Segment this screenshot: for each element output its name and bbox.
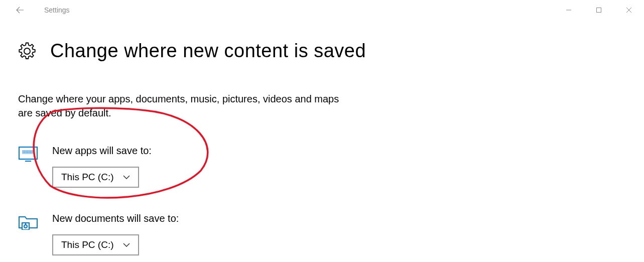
back-arrow-icon: [16, 6, 25, 15]
setting-apps-body: New apps will save to: This PC (C:): [52, 145, 152, 188]
chevron-down-icon: [123, 175, 130, 179]
svg-point-6: [23, 151, 24, 152]
window-controls: [554, 0, 644, 20]
setting-apps: New apps will save to: This PC (C:): [18, 145, 626, 188]
setting-documents-body: New documents will save to: This PC (C:): [52, 213, 179, 255]
minimize-button[interactable]: [554, 0, 584, 20]
documents-location-dropdown[interactable]: This PC (C:): [52, 234, 139, 255]
svg-point-9: [27, 151, 28, 152]
app-title: Settings: [44, 6, 70, 14]
svg-point-18: [30, 152, 31, 153]
apps-location-dropdown[interactable]: This PC (C:): [52, 167, 139, 188]
page-title: Change where new content is saved: [50, 40, 366, 62]
setting-apps-label: New apps will save to:: [52, 145, 152, 157]
page-description: Change where your apps, documents, music…: [18, 92, 344, 120]
setting-documents-label: New documents will save to:: [52, 213, 179, 224]
svg-point-14: [24, 152, 25, 153]
svg-point-13: [23, 152, 24, 153]
chevron-down-icon: [123, 243, 130, 247]
content-area: Change where new content is saved Change…: [0, 20, 644, 255]
gear-icon: [18, 42, 36, 60]
folder-icon: [18, 214, 38, 230]
svg-rect-1: [597, 8, 601, 13]
apps-location-value: This PC (C:): [61, 172, 114, 183]
minimize-icon: [566, 7, 572, 13]
close-icon: [626, 7, 632, 13]
page-header: Change where new content is saved: [18, 40, 626, 62]
maximize-button[interactable]: [584, 0, 614, 20]
svg-point-17: [29, 152, 30, 153]
documents-location-value: This PC (C:): [61, 239, 114, 250]
svg-point-8: [26, 151, 27, 152]
svg-point-16: [27, 152, 28, 153]
back-button[interactable]: [10, 0, 30, 20]
close-button[interactable]: [614, 0, 644, 20]
setting-documents: New documents will save to: This PC (C:): [18, 213, 626, 255]
svg-rect-5: [22, 150, 34, 154]
svg-point-11: [30, 151, 31, 152]
svg-point-7: [24, 151, 25, 152]
svg-point-10: [29, 151, 30, 152]
maximize-icon: [596, 7, 602, 13]
title-bar: Settings: [0, 0, 644, 20]
svg-point-19: [32, 152, 33, 153]
monitor-icon: [18, 146, 38, 162]
svg-point-12: [32, 151, 33, 152]
svg-point-15: [26, 152, 27, 153]
